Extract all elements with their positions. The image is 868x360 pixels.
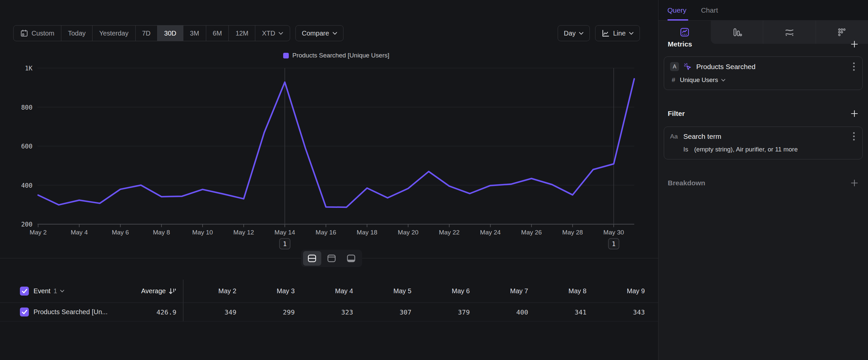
table-row[interactable]: Products Searched [Un... 426.9 349299323…: [0, 303, 658, 322]
event-count: 1: [53, 287, 57, 295]
granularity-button[interactable]: Day: [558, 25, 590, 41]
event-icon: [683, 62, 692, 71]
metric-name[interactable]: Products Searched: [696, 63, 846, 71]
date-range-label: 6M: [213, 30, 222, 37]
column-header-may-6[interactable]: May 6: [417, 287, 475, 295]
cell-value: 349: [183, 308, 242, 316]
filter-card[interactable]: Aa Search term Is (empty string), Air pu…: [664, 127, 863, 159]
chevron-down-icon: [629, 32, 633, 35]
chart-type-label: Line: [613, 30, 626, 37]
compare-button[interactable]: Compare: [296, 25, 343, 41]
query-sidebar: Query Chart Met: [658, 0, 868, 360]
filter-heading: Filter: [668, 110, 685, 117]
aggregation-label: Unique Users: [680, 76, 718, 84]
filter-value[interactable]: (empty string), Air purifier, or 11 more: [694, 146, 798, 153]
row-checkbox[interactable]: [20, 307, 29, 316]
aggregation-selector[interactable]: Unique Users: [680, 76, 725, 84]
breakdown-section: Breakdown: [664, 179, 863, 187]
insights-report-page: CustomTodayYesterday7D30D3M6M12MXTD Comp…: [0, 0, 868, 360]
add-breakdown-button[interactable]: [850, 179, 859, 187]
metric-letter-badge: A: [670, 62, 679, 71]
date-range-3m[interactable]: 3M: [183, 26, 206, 41]
column-header-may-3[interactable]: May 3: [242, 287, 300, 295]
date-range-label: 30D: [164, 30, 176, 37]
x-axis-label: May 28: [562, 229, 583, 236]
x-axis-label: May 22: [439, 229, 460, 236]
cell-value: 379: [417, 308, 475, 316]
aggregation-prefix: #: [672, 76, 675, 84]
column-header-may-8[interactable]: May 8: [533, 287, 592, 295]
layout-split-view-button[interactable]: [303, 251, 321, 266]
average-label: Average: [141, 287, 166, 295]
date-range-6m[interactable]: 6M: [206, 26, 229, 41]
average-column-header[interactable]: Average: [111, 287, 176, 295]
tab-query[interactable]: Query: [668, 6, 686, 14]
date-range-30d[interactable]: 30D: [157, 26, 183, 41]
chevron-down-icon: [60, 289, 64, 293]
cell-value: 323: [300, 308, 359, 316]
select-all-checkbox[interactable]: [20, 286, 29, 296]
line-chart-icon: [601, 29, 610, 37]
plus-icon: [851, 179, 858, 187]
tab-chart[interactable]: Chart: [701, 6, 718, 14]
cell-value: 299: [242, 308, 300, 316]
y-axis-label: 200: [21, 221, 32, 228]
filter-options-button[interactable]: [850, 132, 857, 140]
filter-section: Filter Aa Search term Is (empty string),…: [664, 109, 863, 159]
chart-type-button[interactable]: Line: [595, 25, 640, 41]
x-axis-label: May 14: [275, 229, 296, 236]
x-axis-label: May 30: [603, 229, 624, 236]
date-range-today[interactable]: Today: [61, 26, 93, 41]
add-filter-button[interactable]: [850, 109, 859, 118]
chevron-down-icon: [333, 32, 337, 35]
event-label: Event: [33, 287, 51, 295]
column-header-may-9[interactable]: May 9: [592, 287, 650, 295]
main-area: CustomTodayYesterday7D30D3M6M12MXTD Comp…: [0, 0, 658, 360]
column-header-may-4[interactable]: May 4: [300, 287, 359, 295]
check-icon: [22, 288, 28, 294]
metric-options-button[interactable]: [850, 62, 857, 71]
y-axis-label: 1K: [25, 64, 32, 72]
chevron-down-icon: [279, 32, 283, 35]
layout-table-view-button[interactable]: [342, 251, 360, 266]
line-chart[interactable]: 1K800600400200May 2May 4May 6May 8May 10…: [0, 47, 658, 254]
date-column-headers: May 2May 3May 4May 5May 6May 7May 8May 9: [183, 287, 650, 295]
cell-value: 343: [592, 308, 650, 316]
sort-descending-icon: [168, 287, 176, 295]
chart-display-controls: Day Line: [558, 25, 640, 41]
date-range-12m[interactable]: 12M: [229, 26, 255, 41]
layout-chart-view-button[interactable]: [322, 251, 341, 266]
add-metric-button[interactable]: [850, 40, 859, 49]
column-header-may-2[interactable]: May 2: [183, 287, 242, 295]
metrics-heading: Metrics: [668, 40, 692, 48]
svg-text:1: 1: [283, 240, 286, 247]
date-range-label: Today: [68, 30, 86, 37]
x-axis-label: May 12: [234, 229, 254, 236]
table-header-row: Event 1 Average May 2May 3May 4May 5May …: [0, 280, 658, 303]
x-axis-label: May 24: [480, 229, 501, 236]
annotation-badge[interactable]: 1: [609, 239, 619, 249]
breakdown-table: Event 1 Average May 2May 3May 4May 5May …: [0, 280, 658, 322]
column-header-may-7[interactable]: May 7: [475, 287, 533, 295]
filter-operator[interactable]: Is: [683, 146, 688, 153]
filter-property-name[interactable]: Search term: [683, 133, 846, 140]
breakdown-heading: Breakdown: [668, 179, 705, 187]
x-axis-label: May 20: [398, 229, 418, 236]
date-range-custom[interactable]: Custom: [13, 26, 61, 41]
date-range-yesterday[interactable]: Yesterday: [93, 26, 135, 41]
plus-icon: [851, 40, 858, 48]
date-range-label: XTD: [262, 30, 275, 37]
date-range-xtd[interactable]: XTD: [255, 26, 290, 41]
cell-value: 341: [533, 308, 592, 316]
date-range-label: Custom: [31, 30, 54, 37]
metric-card[interactable]: A Products Searched # Unique Users: [664, 56, 863, 90]
plus-icon: [851, 110, 858, 117]
row-average-value: 426.9: [156, 308, 176, 316]
series-line[interactable]: [38, 79, 634, 207]
event-header[interactable]: Event 1: [33, 287, 111, 295]
annotation-badge[interactable]: 1: [279, 239, 290, 249]
date-range-7d[interactable]: 7D: [135, 26, 158, 41]
y-axis-label: 800: [21, 104, 32, 111]
date-range-label: Yesterday: [99, 30, 128, 37]
column-header-may-5[interactable]: May 5: [359, 287, 417, 295]
